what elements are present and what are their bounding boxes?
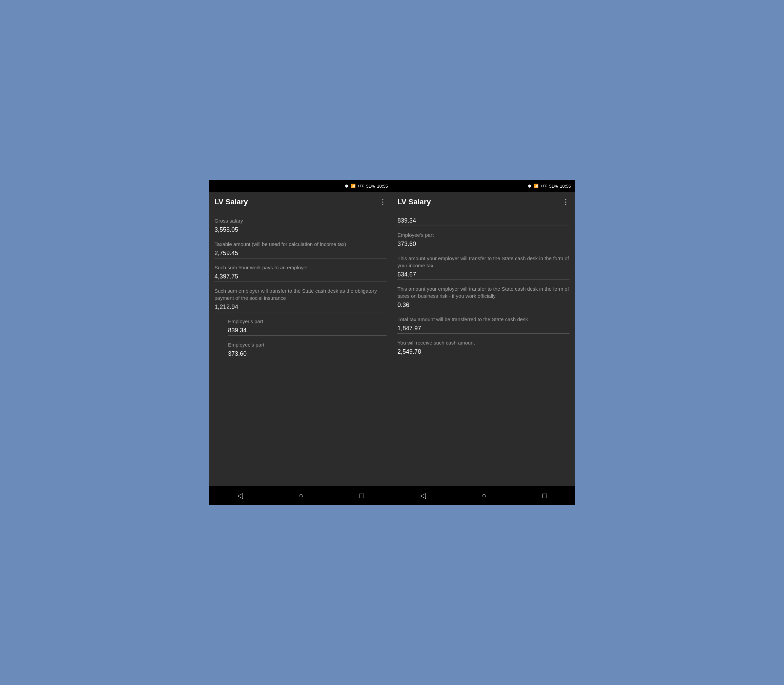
employers-part-value: 839.34: [228, 327, 386, 334]
work-pays-employer-value: 4,397.75: [214, 273, 386, 280]
right-phone: ✱ 📶 LTE 51% 10:55 LV Salary ⋮ 839.34 Emp…: [392, 180, 575, 505]
social-insurance-divider: [214, 312, 386, 312]
signal-icons: 📶: [351, 183, 356, 188]
right-content: 839.34 Employee's part 373.60 This amoun…: [392, 212, 575, 486]
gross-salary-value: 3,558.05: [214, 226, 386, 234]
social-insurance-value: 1,212.94: [214, 304, 386, 311]
taxable-amount-field: Taxable amount (will be used for calcula…: [214, 240, 386, 258]
business-risk-divider: [398, 310, 570, 310]
right-status-bar-content: ✱ 📶 LTE 51% 10:55: [528, 183, 571, 189]
employees-part-label: Employee's part: [228, 341, 386, 348]
right-menu-icon[interactable]: ⋮: [562, 198, 570, 206]
right-bluetooth-icon: ✱: [528, 183, 532, 189]
social-insurance-label: Such sum employer will transfer to the S…: [214, 287, 386, 302]
left-content: Gross salary 3,558.05 Taxable amount (wi…: [209, 212, 392, 486]
total-tax-divider: [398, 333, 570, 334]
cash-amount-value: 2,549.78: [398, 348, 570, 355]
time-left: 10:55: [377, 183, 388, 189]
total-tax-field: Total tax amount will be transferred to …: [398, 316, 570, 334]
gross-salary-divider: [214, 235, 386, 235]
right-battery-percent: 51%: [549, 183, 558, 189]
right-app-title: LV Salary: [398, 198, 562, 206]
left-status-bar-content: ✱ 📶 LTE 51% 10:55: [345, 183, 388, 189]
right-signal-icons: 📶: [534, 183, 539, 188]
right-app-bar: LV Salary ⋮: [392, 192, 575, 212]
employers-part-field: Employer's part 839.34: [214, 318, 386, 336]
partial-divider: [398, 226, 570, 226]
gross-salary-label: Gross salary: [214, 217, 386, 224]
partial-employers-part-field: 839.34: [398, 217, 570, 226]
lte-icon: LTE: [358, 184, 364, 188]
gross-salary-field: Gross salary 3,558.05: [214, 217, 386, 235]
income-tax-divider: [398, 279, 570, 280]
right-back-button[interactable]: [413, 489, 433, 503]
left-recents-button[interactable]: [353, 489, 371, 503]
left-app-title: LV Salary: [214, 198, 379, 206]
taxable-amount-divider: [214, 258, 386, 258]
taxable-amount-value: 2,759.45: [214, 250, 386, 257]
work-pays-employer-label: Such sum Your work pays to an employer: [214, 264, 386, 271]
social-insurance-field: Such sum employer will transfer to the S…: [214, 287, 386, 312]
right-employees-part-field: Employee's part 373.60: [398, 231, 570, 249]
cash-amount-label: You will receive such cash amount: [398, 339, 570, 346]
right-employees-part-divider: [398, 249, 570, 249]
left-phone: ✱ 📶 LTE 51% 10:55 LV Salary ⋮ Gross sala…: [209, 180, 392, 505]
right-home-button[interactable]: [475, 489, 493, 503]
business-risk-label: This amount your employer will transfer …: [398, 285, 570, 299]
total-tax-label: Total tax amount will be transferred to …: [398, 316, 570, 323]
right-time: 10:55: [560, 183, 571, 189]
partial-employers-part-value: 839.34: [398, 217, 570, 224]
total-tax-value: 1,847.97: [398, 325, 570, 332]
business-risk-value: 0.36: [398, 302, 570, 308]
taxable-amount-label: Taxable amount (will be used for calcula…: [214, 240, 386, 248]
left-app-bar: LV Salary ⋮: [209, 192, 392, 212]
income-tax-value: 634.67: [398, 271, 570, 278]
left-status-bar: ✱ 📶 LTE 51% 10:55: [209, 180, 392, 192]
battery-percent-left: 51%: [366, 183, 375, 189]
business-risk-field: This amount your employer will transfer …: [398, 285, 570, 310]
income-tax-field: This amount your employer will transfer …: [398, 255, 570, 280]
employees-part-value: 373.60: [228, 350, 386, 357]
right-recents-button[interactable]: [536, 489, 554, 503]
phones-container: ✱ 📶 LTE 51% 10:55 LV Salary ⋮ Gross sala…: [209, 180, 575, 505]
work-pays-employer-divider: [214, 281, 386, 282]
right-employees-part-label: Employee's part: [398, 231, 570, 239]
left-back-button[interactable]: [230, 489, 250, 503]
bluetooth-icon: ✱: [345, 183, 349, 189]
right-lte-icon: LTE: [541, 184, 547, 188]
income-tax-label: This amount your employer will transfer …: [398, 255, 570, 269]
left-nav-bar: [209, 486, 392, 505]
left-home-button[interactable]: [292, 489, 310, 503]
right-nav-bar: [392, 486, 575, 505]
cash-amount-divider: [398, 357, 570, 357]
right-status-bar: ✱ 📶 LTE 51% 10:55: [392, 180, 575, 192]
employers-part-divider: [228, 335, 386, 336]
right-employees-part-value: 373.60: [398, 240, 570, 248]
left-menu-icon[interactable]: ⋮: [379, 198, 386, 206]
cash-amount-field: You will receive such cash amount 2,549.…: [398, 339, 570, 357]
employers-part-label: Employer's part: [228, 318, 386, 325]
work-pays-employer-field: Such sum Your work pays to an employer 4…: [214, 264, 386, 282]
employees-part-field: Employee's part 373.60: [214, 341, 386, 359]
